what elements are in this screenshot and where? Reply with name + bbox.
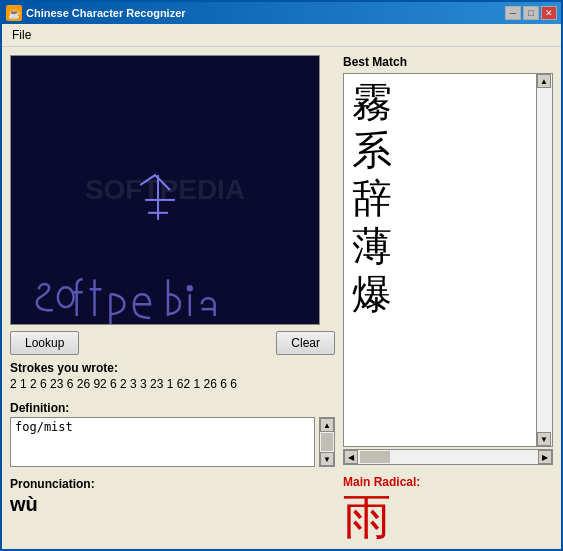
definition-row: ▲ ▼ <box>10 417 335 467</box>
match-item-3[interactable]: 薄 <box>344 222 536 270</box>
match-hscroll: ◀ ▶ <box>343 449 553 467</box>
lookup-button[interactable]: Lookup <box>10 331 79 355</box>
match-scrollbar[interactable]: ▲ ▼ <box>536 74 552 446</box>
pronunciation-label: Pronunciation: <box>10 477 335 491</box>
match-item-2[interactable]: 辞 <box>344 174 536 222</box>
scroll-down-btn[interactable]: ▼ <box>320 452 334 466</box>
clear-button[interactable]: Clear <box>276 331 335 355</box>
strokes-section: Strokes you wrote: 2 1 2 6 23 6 26 92 6 … <box>10 361 335 395</box>
match-scroll-up[interactable]: ▲ <box>537 74 551 88</box>
definition-section: Definition: ▲ ▼ <box>10 401 335 467</box>
radical-label: Main Radical: <box>343 475 553 489</box>
content-area: SOFTPEDIA <box>2 47 561 549</box>
match-item-0[interactable]: 霧 <box>344 78 536 126</box>
main-window: ☕ Chinese Character Recognizer ─ □ ✕ Fil… <box>0 0 563 551</box>
strokes-label: Strokes you wrote: <box>10 361 335 375</box>
left-panel: SOFTPEDIA <box>10 55 335 541</box>
match-scroll-down[interactable]: ▼ <box>537 432 551 446</box>
file-menu[interactable]: File <box>6 26 37 44</box>
title-bar-left: ☕ Chinese Character Recognizer <box>6 5 186 21</box>
definition-label: Definition: <box>10 401 335 415</box>
minimize-button[interactable]: ─ <box>505 6 521 20</box>
strokes-value: 2 1 2 6 23 6 26 92 6 2 3 3 23 1 62 1 26 … <box>10 377 335 391</box>
pronunciation-section: Pronunciation: wù <box>10 473 335 516</box>
title-bar: ☕ Chinese Character Recognizer ─ □ ✕ <box>2 2 561 24</box>
title-buttons: ─ □ ✕ <box>505 6 557 20</box>
svg-point-1 <box>188 286 192 290</box>
handwriting-display <box>11 56 319 324</box>
match-item-1[interactable]: 系 <box>344 126 536 174</box>
buttons-row: Lookup Clear <box>10 331 335 355</box>
match-scroll-track <box>537 88 552 432</box>
h-scroll-right[interactable]: ▶ <box>538 450 552 464</box>
h-scroll-left[interactable]: ◀ <box>344 450 358 464</box>
scroll-up-btn[interactable]: ▲ <box>320 418 334 432</box>
pronunciation-value: wù <box>10 493 335 516</box>
radical-section: Main Radical: 雨 <box>343 475 553 541</box>
svg-point-0 <box>58 287 74 307</box>
app-icon: ☕ <box>6 5 22 21</box>
h-scrollbar[interactable]: ◀ ▶ <box>343 449 553 465</box>
radical-char: 雨 <box>343 493 553 541</box>
drawing-canvas[interactable]: SOFTPEDIA <box>10 55 320 325</box>
definition-scrollbar[interactable]: ▲ ▼ <box>319 417 335 467</box>
title-text: Chinese Character Recognizer <box>26 7 186 19</box>
best-match-label: Best Match <box>343 55 553 69</box>
menu-bar: File <box>2 24 561 47</box>
scroll-thumb <box>321 433 333 451</box>
h-scroll-thumb <box>360 451 390 463</box>
match-list: 霧 系 辞 薄 爆 <box>344 74 536 446</box>
right-panel: Best Match 霧 系 辞 薄 爆 ▲ ▼ ◀ <box>343 55 553 541</box>
close-button[interactable]: ✕ <box>541 6 557 20</box>
match-list-container: 霧 系 辞 薄 爆 ▲ ▼ <box>343 73 553 447</box>
match-item-4[interactable]: 爆 <box>344 270 536 318</box>
definition-textarea[interactable] <box>10 417 315 467</box>
maximize-button[interactable]: □ <box>523 6 539 20</box>
